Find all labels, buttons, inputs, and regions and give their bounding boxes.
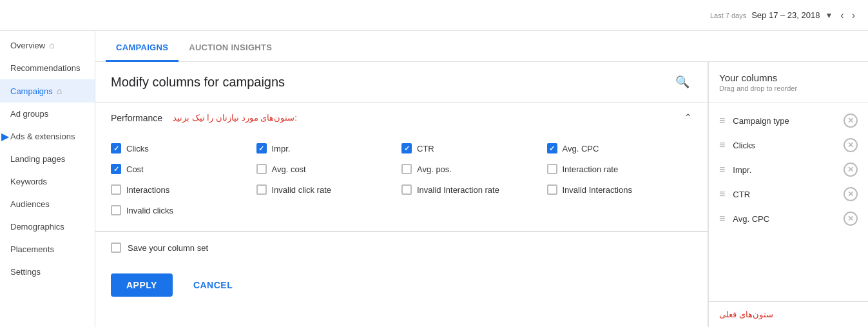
sidebar-item-placements[interactable]: Placements	[0, 238, 95, 261]
cancel-button[interactable]: CANCEL	[183, 273, 243, 297]
column-label: Impr.	[733, 165, 836, 175]
remove-column-button[interactable]: ✕	[844, 212, 858, 226]
checkbox-cost[interactable]: Cost	[111, 159, 256, 179]
sidebar-item-recommendations[interactable]: Recommendations	[0, 57, 95, 79]
modal-title: Modify columns for campaigns	[111, 75, 285, 90]
section-title: Performance	[111, 113, 162, 123]
checkbox-invalid-clicks[interactable]: Invalid clicks	[111, 200, 256, 221]
checkboxes-grid: Clicks Impr. CTR Avg. CPC	[95, 133, 708, 231]
column-row-clicks[interactable]: ≡ Clicks ✕	[709, 133, 868, 157]
checkbox-icon	[256, 164, 267, 174]
modal-header: Modify columns for campaigns 🔍	[95, 62, 708, 103]
columns-panel-footer: ستون‌های فعلی	[709, 301, 868, 327]
date-dropdown-icon[interactable]: ▼	[825, 11, 833, 20]
sidebar-item-settings[interactable]: Settings	[0, 261, 95, 283]
checkbox-avg-cost[interactable]: Avg. cost	[256, 159, 402, 179]
checkbox-icon	[401, 143, 412, 154]
checkbox-interactions[interactable]: Interactions	[111, 179, 256, 200]
sidebar-item-demographics[interactable]: Demographics	[0, 215, 95, 238]
sidebar-item-label: Demographics	[10, 222, 64, 232]
checkbox-avg-pos[interactable]: Avg. pos.	[401, 159, 547, 179]
checkbox-invalid-interactions[interactable]: Invalid Interactions	[547, 179, 693, 200]
sidebar-item-label: Ad groups	[10, 109, 48, 119]
remove-column-button[interactable]: ✕	[844, 187, 858, 201]
checkbox-invalid-interaction-rate[interactable]: Invalid Interaction rate	[401, 179, 547, 200]
chevron-up-icon: ⌃	[684, 112, 692, 124]
top-bar: Last 7 days Sep 17 – 23, 2018 ▼ ‹ ›	[0, 0, 868, 31]
sidebar-item-label: Keywords	[10, 177, 47, 186]
section-header[interactable]: Performance :ستون‌های مورد نیازتان را تی…	[95, 103, 708, 133]
expand-arrow-icon: ▶	[1, 130, 9, 143]
sidebar-item-audiences[interactable]: Audiences	[0, 193, 95, 215]
date-navigation: ‹ ›	[838, 8, 858, 23]
column-row-campaign-type[interactable]: ≡ Campaign type ✕	[709, 108, 868, 133]
sidebar-item-landing-pages[interactable]: Landing pages	[0, 148, 95, 170]
sidebar-item-label: Campaigns	[10, 86, 53, 96]
checkbox-icon	[401, 184, 412, 195]
column-label: Campaign type	[733, 116, 836, 126]
remove-column-button[interactable]: ✕	[844, 163, 858, 177]
main-layout: Overview ⌂ Recommendations Campaigns ⌂ A…	[0, 31, 868, 327]
columns-panel-title: Your columns	[719, 72, 858, 83]
column-label: CTR	[733, 190, 836, 199]
remove-column-button[interactable]: ✕	[844, 114, 858, 128]
sidebar-item-label: Ads & extensions	[10, 132, 75, 141]
save-checkbox[interactable]	[111, 243, 121, 253]
sidebar-item-overview[interactable]: Overview ⌂	[0, 34, 95, 57]
column-row-avg-cpc[interactable]: ≡ Avg. CPC ✕	[709, 206, 868, 231]
save-label: Save your column set	[128, 243, 208, 253]
tab-auction-insights[interactable]: AUCTION INSIGHTS	[178, 34, 282, 62]
checkbox-impr[interactable]: Impr.	[256, 138, 402, 159]
checkbox-icon	[111, 205, 121, 215]
columns-list: ≡ Campaign type ✕ ≡ Clicks ✕ ≡ Impr. ✕	[709, 103, 868, 301]
sidebar-item-label: Audiences	[10, 199, 50, 209]
date-next-button[interactable]: ›	[849, 8, 858, 23]
sidebar-item-keywords[interactable]: Keywords	[0, 170, 95, 193]
checkbox-icon	[547, 164, 557, 174]
tabs-bar: CAMPAIGNS AUCTION INSIGHTS	[95, 31, 868, 62]
column-label: Clicks	[733, 141, 836, 150]
home-icon: ⌂	[57, 86, 62, 96]
columns-panel-subtitle: Drag and drop to reorder	[719, 84, 858, 92]
checkbox-invalid-click-rate[interactable]: Invalid click rate	[256, 179, 402, 200]
save-column-set-row[interactable]: Save your column set	[95, 232, 708, 263]
column-label: Avg. CPC	[733, 214, 836, 224]
checkbox-avg-cpc[interactable]: Avg. CPC	[547, 138, 693, 159]
drag-handle-icon: ≡	[719, 139, 725, 151]
sidebar-item-label: Landing pages	[10, 154, 65, 164]
drag-handle-icon: ≡	[719, 188, 725, 200]
column-row-impr[interactable]: ≡ Impr. ✕	[709, 157, 868, 182]
columns-panel-header: Your columns Drag and drop to reorder	[709, 62, 868, 103]
checkbox-clicks[interactable]: Clicks	[111, 138, 256, 159]
sidebar-item-label: Recommendations	[10, 63, 80, 73]
sidebar: Overview ⌂ Recommendations Campaigns ⌂ A…	[0, 31, 95, 327]
search-button[interactable]: 🔍	[673, 72, 692, 92]
section-hint: :ستون‌های مورد نیازتان را تیک بزنید	[173, 113, 297, 123]
tab-campaigns[interactable]: CAMPAIGNS	[106, 34, 178, 62]
checkbox-icon	[111, 143, 121, 154]
checkbox-interaction-rate[interactable]: Interaction rate	[547, 159, 693, 179]
sidebar-item-campaigns[interactable]: Campaigns ⌂	[0, 79, 95, 103]
sidebar-item-label: Overview	[10, 41, 45, 50]
date-range: Last 7 days Sep 17 – 23, 2018 ▼ ‹ ›	[710, 8, 858, 23]
checkbox-ctr[interactable]: CTR	[401, 138, 547, 159]
checkbox-icon	[547, 143, 557, 154]
checkbox-icon	[111, 184, 121, 195]
footer-link[interactable]: ستون‌های فعلی	[719, 310, 858, 319]
sidebar-item-ads-extensions[interactable]: ▶ Ads & extensions	[0, 125, 95, 148]
date-range-value: Sep 17 – 23, 2018	[751, 10, 820, 20]
remove-column-button[interactable]: ✕	[844, 138, 858, 152]
checkbox-icon	[401, 164, 412, 174]
date-label: Last 7 days	[710, 12, 746, 19]
apply-button[interactable]: APPLY	[111, 273, 173, 297]
sidebar-item-ad-groups[interactable]: Ad groups	[0, 103, 95, 125]
sidebar-item-label: Settings	[10, 267, 41, 277]
drag-handle-icon: ≡	[719, 115, 725, 126]
checkbox-icon	[111, 164, 121, 174]
section-header-left: Performance :ستون‌های مورد نیازتان را تی…	[111, 113, 297, 123]
content-area: Modify columns for campaigns 🔍 Performan…	[95, 62, 868, 327]
column-row-ctr[interactable]: ≡ CTR ✕	[709, 182, 868, 206]
date-prev-button[interactable]: ‹	[838, 8, 846, 23]
performance-section: Performance :ستون‌های مورد نیازتان را تی…	[95, 103, 708, 232]
action-buttons: APPLY CANCEL	[95, 263, 708, 307]
